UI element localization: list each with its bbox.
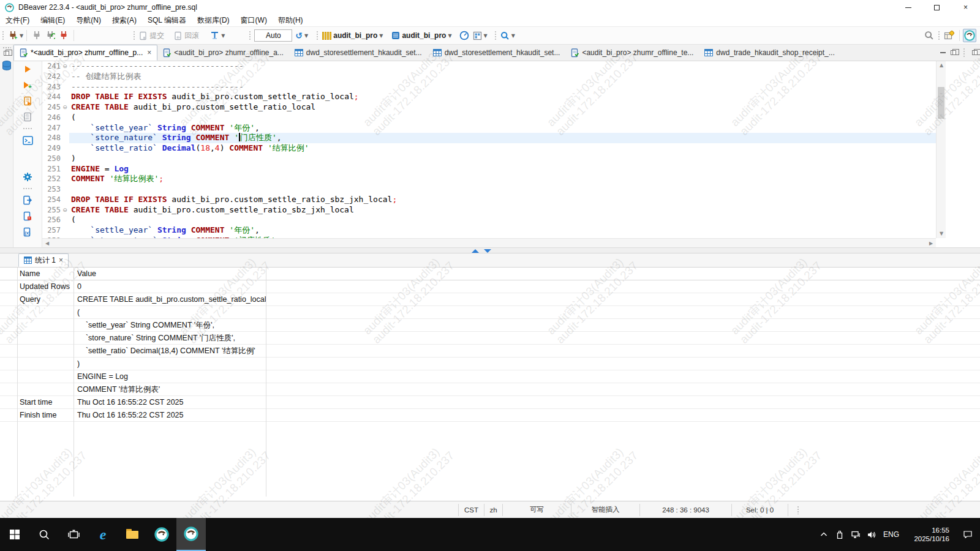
dbeaver-taskbar-button-active[interactable] xyxy=(176,518,206,551)
network-tray-button[interactable] xyxy=(848,518,864,551)
grid-row-10[interactable]: Finish timeThu Oct 16 16:55:22 CST 2025 xyxy=(0,409,980,422)
language-indicator[interactable]: ENG xyxy=(880,530,903,539)
restore-panel-icon[interactable] xyxy=(4,51,9,56)
menu-item-1[interactable]: 编辑(E) xyxy=(35,15,70,26)
menu-item-7[interactable]: 帮助(H) xyxy=(273,15,309,26)
scroll-up-icon[interactable]: ▲ xyxy=(937,61,946,70)
volume-tray-button[interactable] xyxy=(864,518,880,551)
code-line-256[interactable]: 256( xyxy=(42,215,936,225)
history-dropdown-icon[interactable]: ▼ xyxy=(304,33,308,39)
open-console-button[interactable] xyxy=(13,132,42,148)
show-variables-button[interactable]: (x) xyxy=(13,224,42,240)
execute-statement-button[interactable] xyxy=(13,61,42,77)
task-dropdown-icon[interactable]: ▼ xyxy=(484,33,488,39)
export-result-button[interactable] xyxy=(13,192,42,208)
editor-horizontal-scrollbar[interactable]: ◀ ▶ xyxy=(42,238,936,247)
task-button[interactable] xyxy=(471,30,484,42)
code-line-243[interactable]: 243------------------------------------ xyxy=(42,82,936,92)
action-center-button[interactable] xyxy=(956,518,980,551)
sql-search-button[interactable] xyxy=(499,30,511,42)
scroll-down-icon[interactable]: ▼ xyxy=(937,230,946,238)
search-dropdown-icon[interactable]: ▼ xyxy=(511,33,515,39)
minimized-view-icon[interactable] xyxy=(972,50,978,55)
menu-item-0[interactable]: 文件(F) xyxy=(0,15,35,26)
statistics-tab[interactable]: 统计 1 × xyxy=(18,253,69,267)
maximize-button[interactable] xyxy=(922,0,951,15)
database-navigator-button[interactable] xyxy=(0,61,13,71)
connect-dropdown-icon[interactable]: ▼ xyxy=(20,33,23,39)
status-0[interactable]: CST xyxy=(458,504,484,516)
menu-item-5[interactable]: 数据库(D) xyxy=(192,15,235,26)
open-perspective-button[interactable] xyxy=(942,29,956,42)
statistics-tab-close-icon[interactable]: × xyxy=(59,256,63,264)
commit-button[interactable]: 提交 xyxy=(137,29,166,42)
grid-row-2[interactable]: ( xyxy=(0,306,980,319)
tab-close-icon[interactable]: × xyxy=(147,48,151,57)
fold-collapse-icon[interactable]: ⊖ xyxy=(61,205,69,216)
code-line-254[interactable]: 254DROP TABLE IF EXISTS audit_bi_pro.cus… xyxy=(42,195,936,205)
sql-editor[interactable]: 241⊖------------------------------------… xyxy=(42,61,936,238)
taskbar-clock[interactable]: 16:55 2025/10/16 xyxy=(903,526,956,543)
code-line-257[interactable]: 257 `settle_year` String COMMENT '年份', xyxy=(42,225,936,236)
restore-editor-icon[interactable] xyxy=(951,50,956,55)
minimize-button[interactable] xyxy=(894,0,922,15)
code-line-255[interactable]: 255⊖CREATE TABLE audit_bi_pro.custom_set… xyxy=(42,205,936,216)
code-line-247[interactable]: 247 `settle_year` String COMMENT '年份', xyxy=(42,123,936,133)
status-1[interactable]: zh xyxy=(484,504,502,516)
menu-item-2[interactable]: 导航(N) xyxy=(70,15,107,26)
editor-tab-1[interactable]: <audit_bi_pro> zhumr_offline_a... xyxy=(157,45,289,61)
grid-row-6[interactable]: ) xyxy=(0,358,980,370)
scroll-right-icon[interactable]: ▶ xyxy=(926,239,936,248)
code-line-246[interactable]: 246( xyxy=(42,113,936,123)
code-line-241[interactable]: 241⊖------------------------------------ xyxy=(42,61,936,72)
menu-item-3[interactable]: 搜索(A) xyxy=(107,15,142,26)
editor-settings-button[interactable] xyxy=(13,169,42,185)
grid-row-1[interactable]: QueryCREATE TABLE audit_bi_pro.custom_se… xyxy=(0,293,980,306)
tray-chevron-button[interactable] xyxy=(816,518,832,551)
global-search-button[interactable] xyxy=(922,29,936,42)
task-view-button[interactable] xyxy=(59,518,88,551)
code-line-242[interactable]: 242-- 创建结算比例表 xyxy=(42,72,936,82)
grid-row-7[interactable]: ENGINE = Log xyxy=(0,370,980,383)
code-line-248[interactable]: 248 `store_nature` String COMMENT '门店性质'… xyxy=(42,133,936,143)
menu-item-4[interactable]: SQL 编辑器 xyxy=(142,15,192,26)
close-button[interactable]: × xyxy=(951,0,980,15)
maximize-panel-icon[interactable] xyxy=(472,249,479,253)
minimize-editor-icon[interactable] xyxy=(940,52,946,53)
status-4[interactable]: 248 : 36 : 9043 xyxy=(639,504,731,516)
internet-explorer-button[interactable]: e xyxy=(88,518,118,551)
code-line-249[interactable]: 249 `settle_ratio` Decimal(18,4) COMMENT… xyxy=(42,143,936,154)
start-button[interactable] xyxy=(0,518,29,551)
transaction-log-button[interactable] xyxy=(208,30,221,42)
file-explorer-button[interactable] xyxy=(118,518,147,551)
grid-row-9[interactable]: Start timeThu Oct 16 16:55:22 CST 2025 xyxy=(0,396,980,409)
grid-row-4[interactable]: `store_nature` String COMMENT '门店性质', xyxy=(0,332,980,345)
menu-item-6[interactable]: 窗口(W) xyxy=(235,15,273,26)
grid-row-8[interactable]: COMMENT '结算比例表' xyxy=(0,383,980,396)
execute-script-button[interactable] xyxy=(13,93,42,109)
status-3[interactable]: 智能插入 xyxy=(571,504,639,516)
statistics-grid[interactable]: NameValueUpdated Rows0QueryCREATE TABLE … xyxy=(0,268,980,501)
code-line-253[interactable]: 253 xyxy=(42,184,936,195)
scroll-left-icon[interactable]: ◀ xyxy=(42,239,52,248)
database-selector[interactable]: audit_bi_pro ▼ xyxy=(320,30,385,41)
status-5[interactable]: Sel: 0 | 0 xyxy=(731,504,788,516)
code-line-251[interactable]: 251ENGINE = Log xyxy=(42,164,936,174)
code-line-250[interactable]: 250) xyxy=(42,154,936,164)
editor-tab-0[interactable]: *<audit_bi_pro> zhumr_offline_p...× xyxy=(13,45,157,61)
save-report-button[interactable]: ! xyxy=(13,208,42,224)
code-line-245[interactable]: 245⊖CREATE TABLE audit_bi_pro.custom_set… xyxy=(42,102,936,113)
editor-tab-3[interactable]: dwd_storesettlement_hkaudit_set... xyxy=(428,45,566,61)
fold-collapse-icon[interactable]: ⊖ xyxy=(61,61,69,72)
minimize-panel-icon[interactable] xyxy=(484,249,491,253)
dashboard-button[interactable] xyxy=(458,29,471,42)
editor-tab-2[interactable]: dwd_storesettlement_hkaudit_set... xyxy=(289,45,428,61)
schema-selector[interactable]: audit_bi_pro ▼ xyxy=(390,30,453,41)
dbeaver-perspective-button[interactable] xyxy=(963,29,976,42)
editor-vertical-scrollbar[interactable]: ▲ ▼ xyxy=(936,61,946,238)
grid-row-5[interactable]: `settle_ratio` Decimal(18,4) COMMENT '结算… xyxy=(0,345,980,358)
grid-row-3[interactable]: `settle_year` String COMMENT '年份', xyxy=(0,319,980,332)
code-line-252[interactable]: 252COMMENT '结算比例表'; xyxy=(42,174,936,184)
commit-mode-combo[interactable]: Auto xyxy=(254,29,292,42)
rollback-button[interactable]: 回滚 xyxy=(172,29,201,42)
